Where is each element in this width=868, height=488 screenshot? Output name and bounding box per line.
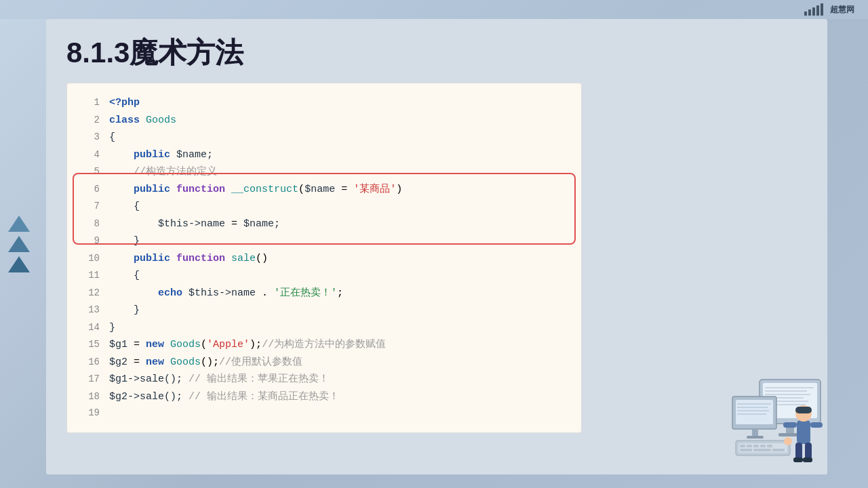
svg-rect-50 [753, 449, 771, 451]
svg-rect-55 [783, 422, 797, 428]
code-line-8: 8 $this->name = $name; [81, 216, 568, 233]
slide-title: 8.1.3魔术方法 [66, 34, 807, 72]
code-line-11: 11 { [81, 267, 568, 285]
top-bar: 超慧网 [0, 0, 868, 19]
left-navigation [8, 216, 30, 272]
code-line-19: 19 [81, 405, 568, 422]
svg-rect-52 [797, 420, 810, 444]
svg-rect-47 [760, 445, 766, 447]
svg-rect-41 [747, 436, 764, 439]
svg-rect-51 [772, 449, 785, 451]
code-line-17: 17 $g1->sale(); // 输出结果：苹果正在热卖！ [81, 371, 568, 388]
slide-container: 8.1.3魔术方法 1 <?php 2 class Goods 3 { [46, 19, 827, 474]
code-line-14: 14 } [81, 319, 568, 337]
svg-rect-45 [747, 445, 752, 447]
code-line-12: 12 echo $this->name . '正在热卖！'; [81, 285, 568, 302]
svg-rect-56 [810, 422, 823, 428]
svg-rect-46 [753, 445, 759, 447]
code-line-7: 7 { [81, 198, 568, 216]
slide-content: 8.1.3魔术方法 1 <?php 2 class Goods 3 { [46, 19, 827, 474]
code-line-5: 5 //构造方法的定义 [81, 163, 568, 181]
svg-rect-57 [795, 443, 802, 460]
slide-title-area: 8.1.3魔术方法 [46, 19, 827, 83]
character-illustration [719, 352, 854, 488]
code-block: 1 <?php 2 class Goods 3 { 4 public $name… [66, 83, 582, 433]
arrow-up-2[interactable] [8, 236, 30, 252]
code-line-3: 3 { [81, 129, 568, 146]
svg-rect-40 [752, 429, 758, 436]
signal-bars-icon [804, 3, 823, 16]
arrow-up-1[interactable] [8, 216, 30, 232]
code-line-1: 1 <?php [81, 94, 568, 112]
svg-rect-60 [803, 458, 812, 462]
code-line-16: 16 $g2 = new Goods();//使用默认参数值 [81, 354, 568, 371]
code-line-6: 6 public function __construct($name = '某… [81, 181, 568, 199]
svg-rect-54 [795, 407, 812, 413]
svg-rect-49 [740, 449, 752, 451]
svg-rect-35 [736, 400, 773, 424]
logo-area: 超慧网 [804, 3, 854, 16]
code-line-9: 9 } [81, 232, 568, 250]
logo-text: 超慧网 [830, 4, 854, 16]
code-line-4: 4 public $name; [81, 146, 568, 164]
code-line-10: 10 public function sale() [81, 250, 568, 268]
svg-rect-48 [767, 445, 772, 447]
code-line-18: 18 $g2->sale(); // 输出结果：某商品正在热卖！ [81, 388, 568, 406]
code-line-15: 15 $g1 = new Goods('Apple');//为构造方法中的参数赋… [81, 336, 568, 354]
svg-point-61 [784, 437, 792, 445]
svg-rect-58 [805, 443, 812, 460]
code-line-13: 13 } [81, 302, 568, 319]
code-line-2: 2 class Goods [81, 112, 568, 129]
arrow-up-3[interactable] [8, 256, 30, 272]
svg-rect-44 [740, 445, 745, 447]
svg-rect-59 [793, 458, 803, 462]
